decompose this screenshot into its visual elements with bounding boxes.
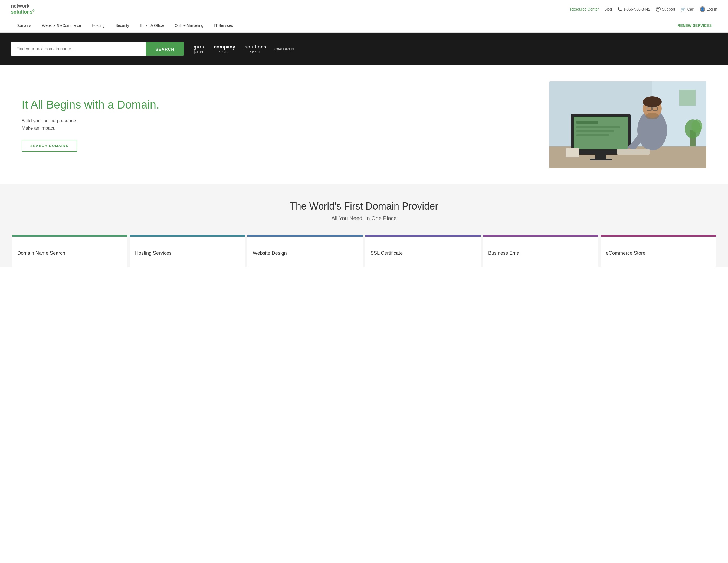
logo-solutions: solutions — [11, 9, 32, 15]
cart-label: Cart — [687, 7, 694, 11]
deal-solutions: .solutions $6.99 — [243, 44, 266, 54]
svg-rect-6 — [576, 121, 598, 124]
features-title: The World's First Domain Provider — [11, 201, 717, 212]
features-subtitle: All You Need, In One Place — [11, 215, 717, 221]
blog-link[interactable]: Blog — [604, 7, 612, 11]
svg-rect-11 — [590, 159, 612, 160]
top-right-nav: Resource Center Blog 📞 1-866-908-3442 ? … — [570, 6, 717, 12]
question-icon: ? — [656, 7, 661, 12]
main-nav: Domains Website & eCommerce Hosting Secu… — [0, 18, 728, 33]
feature-hosting-title: Hosting Services — [135, 250, 240, 256]
feature-card-website[interactable]: Website Design — [247, 235, 363, 267]
svg-rect-2 — [679, 90, 696, 106]
domain-deals: .guru $9.99 .company $2.49 .solutions $6… — [192, 44, 294, 54]
nav-website[interactable]: Website & eCommerce — [37, 18, 86, 32]
feature-domain-title: Domain Name Search — [17, 250, 122, 256]
feature-card-ecommerce[interactable]: eCommerce Store — [601, 235, 716, 267]
hero-illustration — [549, 81, 706, 168]
hero-text: It All Begins with a Domain. Build your … — [22, 98, 533, 152]
deal-solutions-tld: .solutions — [243, 44, 266, 50]
cart-link[interactable]: 🛒 Cart — [681, 6, 694, 12]
logo-network: network — [11, 3, 29, 9]
deal-solutions-price: $6.99 — [243, 50, 266, 54]
phone-link[interactable]: 📞 1-866-908-3442 — [617, 7, 650, 11]
feature-card-ssl[interactable]: SSL Certificate — [365, 235, 481, 267]
features-cards: Domain Name Search Hosting Services Webs… — [11, 235, 717, 267]
domain-search-button[interactable]: SEARCH — [146, 42, 184, 56]
hero-title: It All Begins with a Domain. — [22, 98, 533, 112]
deal-company-price: $2.49 — [212, 50, 235, 54]
user-icon: 👤 — [700, 6, 705, 12]
feature-card-email[interactable]: Business Email — [483, 235, 598, 267]
hero-subtitle-line2: Make an impact. — [22, 126, 55, 131]
nav-it-services[interactable]: IT Services — [209, 18, 238, 32]
svg-rect-9 — [576, 134, 609, 136]
svg-rect-8 — [576, 130, 614, 132]
svg-rect-23 — [617, 149, 650, 155]
nav-hosting[interactable]: Hosting — [86, 18, 110, 32]
svg-point-14 — [643, 96, 662, 107]
nav-marketing[interactable]: Online Marketing — [169, 18, 209, 32]
deal-guru: .guru $9.99 — [192, 44, 204, 54]
deal-company: .company $2.49 — [212, 44, 235, 54]
hero-image — [549, 81, 706, 168]
top-nav: network solutions® Resource Center Blog … — [0, 0, 728, 18]
feature-website-title: Website Design — [253, 250, 358, 256]
deal-company-tld: .company — [212, 44, 235, 50]
nav-domains[interactable]: Domains — [11, 18, 37, 32]
svg-rect-7 — [576, 126, 620, 128]
svg-point-19 — [645, 113, 659, 119]
svg-rect-24 — [566, 148, 579, 157]
login-link[interactable]: 👤 Log In — [700, 6, 717, 12]
domain-search-box: SEARCH — [11, 42, 184, 56]
logo[interactable]: network solutions® — [11, 3, 34, 15]
hero-section: It All Begins with a Domain. Build your … — [0, 65, 728, 184]
logo-registered: ® — [32, 9, 34, 12]
feature-card-hosting[interactable]: Hosting Services — [130, 235, 245, 267]
feature-ssl-title: SSL Certificate — [370, 250, 475, 256]
search-domains-button[interactable]: SEARCH DOMAINS — [22, 140, 77, 152]
support-label: Support — [662, 7, 675, 11]
resource-center-link[interactable]: Resource Center — [570, 7, 599, 11]
domain-search-input[interactable] — [11, 42, 146, 56]
nav-security[interactable]: Security — [110, 18, 135, 32]
login-label: Log In — [707, 7, 717, 11]
deal-guru-tld: .guru — [192, 44, 204, 50]
renew-services-link[interactable]: RENEW SERVICES — [672, 18, 717, 32]
search-banner: SEARCH .guru $9.99 .company $2.49 .solut… — [0, 33, 728, 65]
offer-details-link[interactable]: Offer Details — [274, 47, 294, 51]
support-link[interactable]: ? Support — [656, 7, 675, 12]
feature-card-domain[interactable]: Domain Name Search — [12, 235, 127, 267]
hero-subtitle-line1: Build your online presence. — [22, 118, 77, 123]
phone-icon: 📞 — [617, 7, 622, 11]
feature-email-title: Business Email — [488, 250, 593, 256]
svg-rect-10 — [595, 155, 606, 159]
phone-number: 1-866-908-3442 — [623, 7, 650, 11]
feature-ecommerce-title: eCommerce Store — [606, 250, 711, 256]
nav-email[interactable]: Email & Office — [135, 18, 169, 32]
features-section: The World's First Domain Provider All Yo… — [0, 184, 728, 267]
deal-guru-price: $9.99 — [192, 50, 204, 54]
cart-icon: 🛒 — [681, 6, 686, 12]
hero-subtitle: Build your online presence. Make an impa… — [22, 117, 533, 132]
svg-point-22 — [691, 119, 702, 133]
